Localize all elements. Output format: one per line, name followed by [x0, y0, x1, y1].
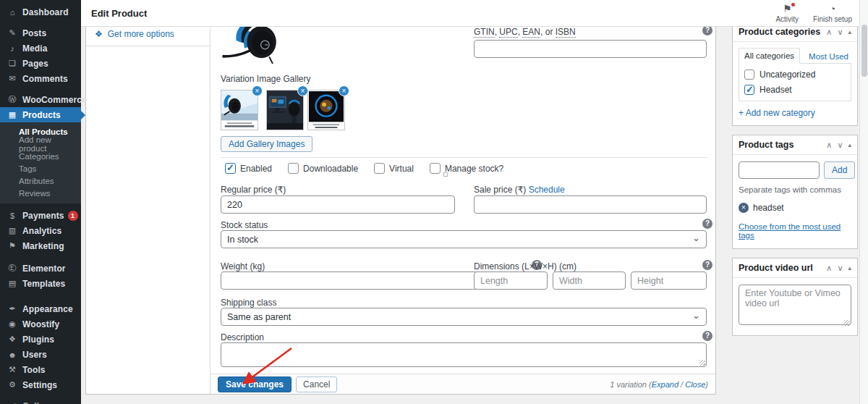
sidebar-item-tools[interactable]: ⚒ Tools — [0, 362, 81, 377]
gtin-help-icon[interactable]: ? — [702, 25, 712, 35]
tab-all-categories[interactable]: All categories — [739, 48, 800, 64]
drag-handle[interactable] — [443, 172, 448, 177]
sidebar-item-analytics[interactable]: ▥ Analytics — [0, 223, 81, 238]
description-textarea[interactable] — [221, 342, 707, 367]
scrollbar-thumb[interactable] — [861, 25, 867, 77]
most-used-tags-link[interactable]: Choose from the most used tags — [739, 222, 851, 240]
sidebar-item-users[interactable]: ☻ Users — [0, 347, 81, 362]
checkbox-checked[interactable] — [744, 85, 754, 95]
add-tag-button[interactable]: Add — [824, 161, 855, 179]
sidebar-item-label: Marketing — [22, 241, 64, 251]
sidebar-item-dashboard[interactable]: ⌂ Dashboard — [0, 4, 81, 20]
sidebar-item-label: Users — [22, 350, 47, 360]
move-up-icon[interactable]: ∧ — [826, 141, 832, 149]
sidebar-item-settings[interactable]: ⚙ Settings — [0, 377, 81, 392]
variation-image[interactable] — [219, 22, 284, 64]
category-label: Uncategorized — [760, 70, 815, 80]
sidebar-item-templates[interactable]: ▤ Templates — [0, 276, 81, 291]
toggle-panel-icon[interactable]: ▴ — [848, 141, 851, 149]
downloadable-checkbox[interactable]: Downloadable — [288, 163, 358, 174]
activity-label: Activity — [775, 15, 799, 23]
activity-button[interactable]: ⚑ Activity — [775, 4, 799, 23]
checkbox-checked[interactable] — [225, 163, 236, 174]
category-item-uncategorized[interactable]: Uncategorized — [744, 70, 846, 80]
height-input[interactable] — [631, 272, 707, 290]
sidebar-item-payments[interactable]: $ Payments 1 — [0, 208, 81, 223]
remove-image-icon[interactable]: × — [339, 85, 349, 96]
submenu-item-reviews[interactable]: Reviews — [0, 187, 81, 199]
remove-image-icon[interactable]: × — [297, 85, 308, 96]
add-gallery-images-button[interactable]: Add Gallery Images — [221, 136, 312, 152]
tag-item-headset: × headset — [739, 203, 851, 213]
length-input[interactable] — [474, 272, 548, 290]
submenu-item-attributes[interactable]: Attributes — [0, 174, 81, 187]
checkbox[interactable] — [288, 163, 299, 174]
tab-most-used[interactable]: Most Used — [800, 49, 848, 64]
sidebar-item-media[interactable]: ♪ Media — [0, 41, 81, 56]
gallery-thumbnail[interactable]: × — [221, 90, 258, 130]
page-scrollbar[interactable] — [859, 0, 868, 404]
sale-price-input[interactable] — [474, 195, 707, 214]
virtual-checkbox[interactable]: Virtual — [374, 163, 414, 174]
checkbox[interactable] — [374, 163, 385, 174]
category-item-headset[interactable]: Headset — [744, 85, 846, 95]
checkbox-label: Downloadable — [303, 164, 358, 174]
sidebar-item-posts[interactable]: ✎ Posts — [0, 25, 81, 41]
enabled-checkbox[interactable]: Enabled — [225, 163, 272, 174]
submenu-item-tags[interactable]: Tags — [0, 162, 81, 174]
stock-status-help-icon[interactable]: ? — [702, 219, 712, 229]
submenu-item-add-new-product[interactable]: Add new product — [0, 138, 81, 150]
move-up-icon[interactable]: ∧ — [826, 28, 832, 36]
move-down-icon[interactable]: ∨ — [837, 28, 843, 36]
sidebar-item-appearance[interactable]: ✒ Appearance — [0, 301, 81, 316]
remove-image-icon[interactable]: × — [252, 85, 263, 96]
sidebar-item-woocommerce[interactable]: Ⓦ WooCommerce — [0, 92, 81, 107]
save-changes-button[interactable]: Save changes — [218, 376, 292, 392]
checkbox[interactable] — [744, 70, 754, 80]
gallery-thumbnail[interactable]: × — [307, 90, 345, 130]
sidebar-item-marketing[interactable]: ⚑ Marketing — [0, 238, 81, 253]
new-tag-input[interactable] — [739, 161, 820, 179]
add-new-category-link[interactable]: + Add new category — [733, 101, 857, 125]
section-divider — [221, 157, 708, 158]
gallery-thumbnail[interactable]: × — [266, 90, 304, 130]
sidebar-item-collapse-menu[interactable]: ◀ Collapse menu — [0, 398, 81, 404]
expand-link[interactable]: Expand — [652, 380, 678, 389]
gtin-input[interactable] — [474, 40, 707, 58]
sidebar-item-elementor[interactable]: Ⓔ Elementor — [0, 261, 81, 276]
tag-name: headset — [753, 203, 784, 213]
folder-icon: ▤ — [7, 279, 18, 288]
regular-price-input[interactable] — [221, 195, 455, 214]
resize-handle[interactable] — [699, 360, 705, 366]
manage-stock-checkbox[interactable]: Manage stock? — [430, 163, 503, 174]
user-icon: ☻ — [7, 350, 18, 359]
checkbox[interactable] — [430, 163, 441, 174]
video-url-textarea[interactable] — [739, 285, 851, 325]
sidebar-item-label: Collapse menu — [22, 401, 85, 404]
shipping-class-select[interactable]: Same as parent ⌄ — [221, 308, 707, 326]
sidebar-item-comments[interactable]: ✉ Comments — [0, 71, 81, 86]
toggle-panel-icon[interactable]: ▴ — [848, 264, 851, 272]
cancel-button[interactable]: Cancel — [296, 376, 337, 392]
product-tags-header[interactable]: Product tags ∧ ∨ ▴ — [733, 135, 857, 155]
move-down-icon[interactable]: ∨ — [837, 141, 843, 149]
variation-summary: 1 variation (Expand / Close) — [610, 380, 708, 389]
schedule-link[interactable]: Schedule — [529, 185, 565, 195]
finish-setup-button[interactable]: ◔ Finish setup — [813, 4, 852, 23]
pages-icon: ❏ — [7, 59, 18, 68]
sidebar-item-woostify[interactable]: ◉ Woostify — [0, 316, 81, 332]
product-video-url-header[interactable]: Product video url ∧ ∨ ▴ — [733, 258, 857, 278]
description-help-icon[interactable]: ? — [702, 331, 712, 341]
toggle-panel-icon[interactable]: ▴ — [848, 28, 851, 36]
sidebar-item-plugins[interactable]: ❖ Plugins — [0, 332, 81, 347]
width-input[interactable] — [553, 272, 626, 290]
resize-handle[interactable] — [844, 320, 850, 326]
sidebar-item-products[interactable]: ▦ Products — [0, 107, 81, 122]
sidebar-item-pages[interactable]: ❏ Pages — [0, 56, 81, 71]
move-up-icon[interactable]: ∧ — [826, 264, 832, 272]
close-link[interactable]: Close — [685, 380, 705, 389]
dimensions-help-icon[interactable]: ? — [702, 260, 712, 270]
move-down-icon[interactable]: ∨ — [837, 264, 843, 272]
stock-status-select[interactable]: In stock ⌄ — [221, 230, 707, 248]
remove-tag-icon[interactable]: × — [739, 203, 749, 213]
